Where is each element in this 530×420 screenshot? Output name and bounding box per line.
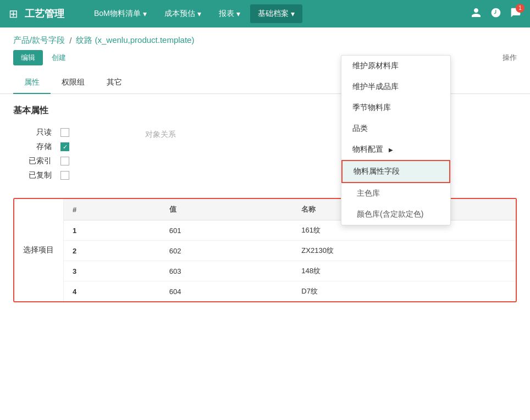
chat-badge: 1 — [516, 4, 525, 13]
chat-icon[interactable]: 1 — [510, 7, 521, 21]
field-copied-label: 已复制 — [13, 170, 52, 180]
dropdown-item[interactable]: 物料配置▶ — [341, 139, 450, 160]
relation-label: 对象关系 — [145, 128, 176, 141]
table-row[interactable]: 4 604 D7纹 — [64, 281, 516, 302]
dropdown-item[interactable]: 季节物料库 — [341, 97, 450, 118]
tab-permissions[interactable]: 权限组 — [51, 72, 96, 94]
create-button[interactable]: 创建 — [52, 53, 66, 63]
field-copied: 已复制 — [13, 170, 123, 180]
submenu-arrow-icon: ▶ — [389, 147, 393, 153]
cell-value: 604 — [161, 281, 293, 302]
chevron-down-icon: ▾ — [143, 9, 147, 18]
col-header-value: 值 — [161, 199, 293, 220]
cell-num: 1 — [73, 226, 76, 235]
edit-button[interactable]: 编辑 — [13, 50, 43, 65]
dropdown-item[interactable]: 维护半成品库 — [341, 76, 450, 97]
field-indexed-label: 已索引 — [13, 156, 52, 166]
cell-value: 601 — [161, 220, 293, 241]
breadcrumb-separator: / — [69, 36, 71, 45]
chevron-down-icon: ▾ — [197, 9, 201, 18]
nav-archive[interactable]: 基础档案 ▾ — [250, 4, 302, 23]
breadcrumb-parent[interactable]: 产品/款号字段 — [13, 35, 65, 46]
selection-label: 选择项目 — [14, 199, 64, 301]
navbar-icons: 1 — [471, 7, 521, 21]
field-store: 存储 ✓ — [13, 142, 123, 152]
cell-name: D7纹 — [292, 281, 516, 302]
field-indexed: 已索引 — [13, 156, 123, 166]
nav-bom[interactable]: BoM物料清单 ▾ — [86, 4, 154, 23]
breadcrumb: 产品/款号字段 / 纹路 (x_wenlu,product.template) — [0, 27, 530, 50]
cell-num: 3 — [73, 267, 76, 275]
cell-value: 602 — [161, 241, 293, 261]
field-readonly-label: 只读 — [13, 128, 52, 137]
nav-cost[interactable]: 成本预估 ▾ — [157, 4, 209, 23]
main-content: 产品/款号字段 / 纹路 (x_wenlu,product.template) … — [0, 27, 530, 420]
cell-num: 4 — [73, 288, 76, 296]
nav-report[interactable]: 报表 ▾ — [211, 4, 248, 23]
col-header-num: # — [64, 199, 161, 220]
dropdown-item[interactable]: 颜色库(含定款定色) — [341, 204, 450, 225]
field-store-label: 存储 — [13, 142, 52, 152]
grid-icon[interactable]: ⊞ — [9, 7, 18, 20]
field-store-checkbox[interactable]: ✓ — [60, 142, 69, 151]
nav-menu: BoM物料清单 ▾ 成本预估 ▾ 报表 ▾ 基础档案 ▾ — [86, 4, 471, 23]
field-indexed-checkbox[interactable] — [60, 157, 69, 165]
table-row[interactable]: 2 602 ZX2130纹 — [64, 241, 516, 261]
dropdown-item[interactable]: 维护原材料库 — [341, 56, 450, 76]
clock-icon[interactable] — [490, 7, 501, 21]
chevron-down-icon: ▾ — [236, 9, 240, 18]
dropdown-item[interactable]: 主色库 — [341, 183, 450, 204]
dropdown-item[interactable]: 品类 — [341, 118, 450, 139]
navbar: ⊞ 工艺管理 BoM物料清单 ▾ 成本预估 ▾ 报表 ▾ 基础档案 ▾ 1 — [0, 0, 530, 27]
ops-label: 操作 — [503, 53, 517, 63]
cell-num: 2 — [73, 247, 76, 255]
field-readonly-checkbox[interactable] — [60, 128, 69, 137]
dropdown-menu: 维护原材料库维护半成品库季节物料库品类物料配置▶物料属性字段主色库颜色库(含定款… — [341, 55, 451, 225]
tab-properties[interactable]: 属性 — [13, 72, 51, 94]
user-icon[interactable] — [471, 7, 482, 21]
cell-name: 148纹 — [292, 261, 516, 281]
app-title: 工艺管理 — [25, 7, 64, 20]
chevron-down-icon: ▾ — [291, 9, 295, 18]
cell-name: ZX2130纹 — [292, 241, 516, 261]
field-readonly: 只读 — [13, 128, 123, 137]
cell-value: 603 — [161, 261, 293, 281]
dropdown-item[interactable]: 物料属性字段 — [341, 160, 450, 183]
field-copied-checkbox[interactable] — [60, 171, 69, 180]
table-row[interactable]: 3 603 148纹 — [64, 261, 516, 281]
breadcrumb-current: 纹路 (x_wenlu,product.template) — [76, 35, 194, 46]
tab-other[interactable]: 其它 — [96, 72, 133, 94]
